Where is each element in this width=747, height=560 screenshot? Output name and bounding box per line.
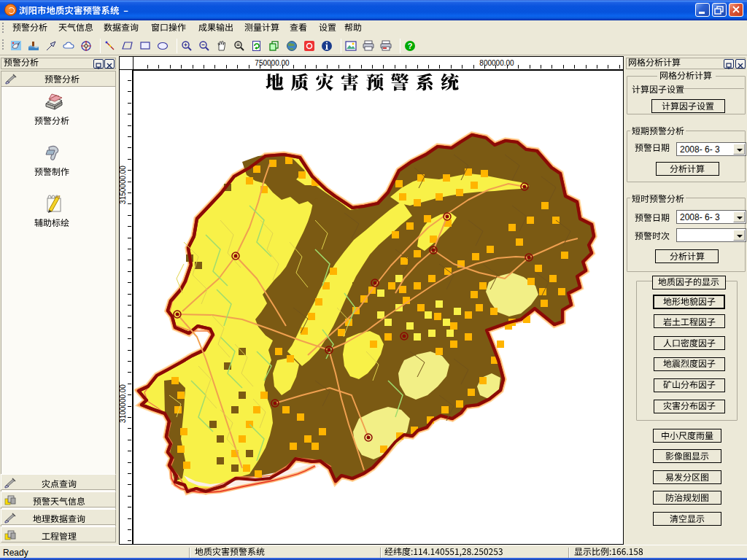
svg-text:?: ?: [408, 42, 413, 50]
